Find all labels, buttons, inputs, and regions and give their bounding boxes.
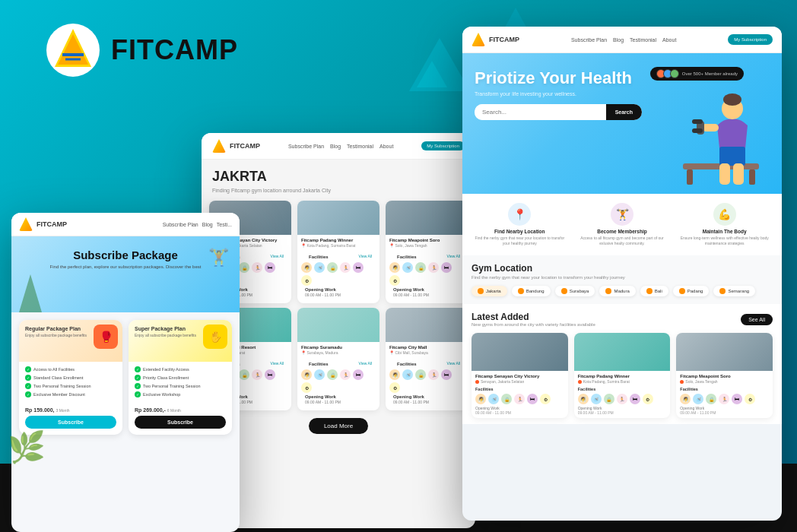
- listing-nav: FITCAMP Subscribe Plan Blog Testimonial …: [202, 133, 475, 160]
- city-dot-bali: [646, 288, 653, 294]
- logo-icon: [46, 23, 100, 78]
- gym-card-2[interactable]: Fitcamp Padang Winner 📍 Kota Padang, Sum…: [297, 201, 379, 303]
- hero-nav: FITCAMP Subscribe Plan Blog Testimonial …: [462, 27, 782, 53]
- feature-membership: 🏋️ Become Membership Access to all fitca…: [574, 203, 671, 246]
- latest-card-3[interactable]: Fitcamp Meapoint Soro Solo, Jawa Tengah …: [676, 333, 773, 418]
- feature-body-desc: Ensure long-term wellness with effective…: [676, 236, 773, 246]
- latest-card-2[interactable]: Fitcamp Padang Winner Kota Padang, Sumtr…: [574, 333, 671, 418]
- feature-membership-title: Become Membership: [574, 229, 671, 234]
- latest-added-section: Latest Added New gyms from around the ci…: [462, 304, 782, 424]
- city-tab-madura[interactable]: Madura: [599, 286, 635, 296]
- latest-added-header: Latest Added New gyms from around the ci…: [472, 312, 773, 327]
- gym-card-3-location: 📍 Solo, Jawa Tengah: [389, 243, 464, 248]
- feature-location: 📍 Find Nearby Location Find the nerby gy…: [472, 203, 568, 246]
- gym-card-3[interactable]: Fitcamp Meapoint Soro 📍 Solo, Jawa Tenga…: [386, 201, 468, 303]
- latest-added-subtitle: New gyms from around the city with varie…: [472, 322, 595, 327]
- latest-card-3-image: [676, 333, 773, 371]
- features-section: 📍 Find Nearby Location Find the nerby gy…: [462, 194, 782, 255]
- gym-card-2-name: Fitcamp Padang Winner: [301, 238, 376, 242]
- regular-plan-price: Rp 159.000, 3 Month: [19, 404, 122, 416]
- nav-testimonial[interactable]: Testimonial: [347, 144, 373, 149]
- search-bar[interactable]: Search: [475, 104, 642, 120]
- city-tab-surabaya[interactable]: Surabaya: [555, 286, 595, 296]
- nav-subscribe-plan[interactable]: Subscribe Plan: [288, 144, 324, 149]
- hero-title: Priotize Your Health: [475, 68, 657, 88]
- load-more-button[interactable]: Load More: [309, 418, 368, 434]
- hero-nav-my-subscription[interactable]: My Subscription: [728, 34, 773, 45]
- latest-card-2-image: [574, 333, 671, 371]
- svg-rect-12: [702, 124, 719, 131]
- membership-icon: 🏋️: [611, 203, 633, 226]
- subscribe-nav: FITCAMP Subscribe Plan Blog Testi...: [11, 213, 240, 236]
- super-feature-1: ✓ Extended Facility Access: [135, 366, 226, 372]
- nav-about[interactable]: About: [379, 144, 393, 149]
- city-tabs: Jakarta Bandung Surabaya Madura Bali Pad…: [472, 286, 773, 296]
- city-tab-bandung[interactable]: Bandung: [512, 286, 551, 296]
- gym-card-3-body: Fitcamp Meapoint Soro 📍 Solo, Jawa Tenga…: [386, 235, 468, 303]
- super-plan-header: Super Package Plan Enjoy all subscribe p…: [129, 320, 232, 362]
- hero-subtitle: Transform your life investing your welln…: [475, 91, 627, 97]
- hero-landing-screen: FITCAMP Subscribe Plan Blog Testimonial …: [462, 27, 782, 521]
- super-subscribe-button[interactable]: Subscribe: [135, 416, 226, 429]
- feature-location-title: Find Nearby Location: [472, 229, 568, 234]
- facility-mattress: 🛏: [265, 262, 275, 273]
- hero-nav-subscribe[interactable]: Subscribe Plan: [571, 37, 607, 43]
- gym-location-section: Gym Location Find the nerby gym that nea…: [462, 255, 782, 304]
- see-all-button[interactable]: See All: [741, 314, 773, 325]
- search-input[interactable]: [475, 104, 606, 120]
- latest-card-3-location: Solo, Jawa Tengah: [680, 379, 769, 384]
- plans-container: Regular Package Plan Enjoy all subscribe…: [11, 312, 240, 442]
- dumbbell-decoration: 🏋️: [208, 248, 229, 268]
- feature-body-title: Maintain The Body: [676, 229, 773, 234]
- subscribe-screen: FITCAMP Subscribe Plan Blog Testi... Sub…: [11, 213, 240, 532]
- latest-card-1-image: [472, 333, 568, 371]
- gym-person-svg: [675, 80, 767, 194]
- super-plan-features: ✓ Extended Facility Access ✓ Priority Cl…: [129, 362, 232, 404]
- city-tab-bali[interactable]: Bali: [640, 286, 668, 296]
- listing-nav-logo: FITCAMP: [212, 139, 260, 153]
- hero-banner: Over 500+ Member already Priotize Your H…: [462, 53, 782, 194]
- nav-blog[interactable]: Blog: [330, 144, 341, 149]
- city-tab-padang[interactable]: Padang: [673, 286, 710, 296]
- gym-location-title: Gym Location: [472, 263, 773, 274]
- subscribe-title: Subscribe Package: [22, 249, 229, 261]
- gym-card-2-image: [297, 201, 379, 235]
- latest-card-3-name: Fitcamp Meapoint Soro: [680, 374, 769, 378]
- city-dot-padang: [679, 288, 685, 294]
- hero-nav-testimonial[interactable]: Testimonial: [630, 37, 656, 43]
- subscribe-hero: Subscribe Package Find the perfect plan,…: [11, 236, 240, 312]
- nav-my-subscription[interactable]: My Subscription: [421, 141, 465, 150]
- hero-nav-about[interactable]: About: [662, 37, 676, 43]
- city-dot-surabaya: [561, 288, 567, 294]
- gym-grid-row-2: Fitcamp Bali Resort 📍 Kuta, Bali Barat F…: [202, 308, 475, 410]
- latest-card-2-location: Kota Padang, Sumtra Barat: [578, 379, 667, 384]
- subscribe-subtitle: Find the perfect plan, explore our subsc…: [22, 264, 229, 269]
- plant-decoration: 🌿: [8, 429, 46, 465]
- svg-rect-7: [749, 169, 755, 185]
- regular-plan-card[interactable]: Regular Package Plan Enjoy all subscribe…: [19, 320, 122, 435]
- city-dot-bandung: [518, 288, 524, 294]
- city-tab-semarang[interactable]: Semarang: [713, 286, 755, 296]
- svg-rect-10: [719, 163, 730, 185]
- gym-card-2-location: 📍 Kota Padang, Sumatra Barat: [301, 243, 376, 248]
- city-dot-semarang: [719, 288, 726, 294]
- gym-card-5[interactable]: Fitcamp Suramadu 📍 Surabaya, Madura Faci…: [297, 308, 379, 410]
- svg-rect-11: [733, 163, 744, 185]
- gym-location-subtitle: Find the nerby gym that near your locati…: [472, 275, 773, 280]
- feature-location-desc: Find the nerby gym that near your locati…: [472, 236, 568, 246]
- city-dot-madura: [605, 288, 611, 294]
- search-button[interactable]: Search: [606, 104, 642, 120]
- gym-card-2-body: Fitcamp Padang Winner 📍 Kota Padang, Sum…: [297, 235, 379, 303]
- gym-card-3-name: Fitcamp Meapoint Soro: [389, 238, 464, 242]
- svg-point-16: [723, 93, 741, 106]
- super-feature-4: ✓ Exclusive Workshop: [135, 391, 226, 397]
- gym-listing-screen: FITCAMP Subscribe Plan Blog Testimonial …: [202, 133, 475, 528]
- city-tab-jakarta[interactable]: Jakarta: [472, 286, 507, 296]
- hero-nav-blog[interactable]: Blog: [613, 37, 624, 43]
- super-feature-3: ✓ Two Personal Training Session: [135, 383, 226, 389]
- regular-subscribe-button[interactable]: Subscribe: [25, 416, 116, 429]
- gym-card-6[interactable]: Fitcamp City Mall 📍 Cibi Mall, Surabaya …: [386, 308, 468, 410]
- location-icon: 📍: [508, 203, 531, 226]
- super-plan-card[interactable]: Super Package Plan Enjoy all subscribe p…: [129, 320, 232, 435]
- latest-card-1[interactable]: Fitcamp Senayan City Victory Senayan, Ja…: [472, 333, 568, 418]
